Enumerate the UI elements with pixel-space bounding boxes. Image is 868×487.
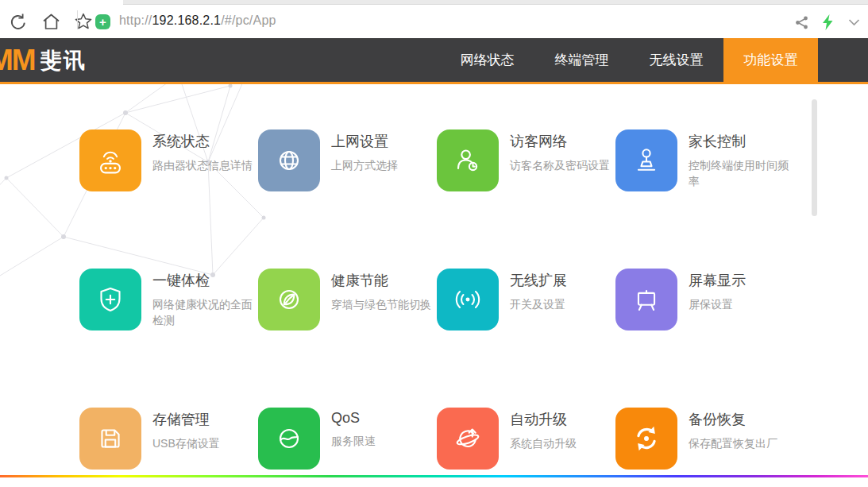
nav-tab[interactable]: 终端管理 xyxy=(534,38,629,82)
app-title: 自动升级 xyxy=(510,410,615,429)
easel-screen-icon xyxy=(615,269,677,330)
app-subtitle: 上网方式选择 xyxy=(331,157,436,173)
floppy-disk-icon xyxy=(79,408,141,470)
app-title: QoS xyxy=(331,410,436,427)
app-tile[interactable]: 上网设置 上网方式选择 xyxy=(258,129,437,269)
main-nav: 网络状态终端管理无线设置功能设置 xyxy=(440,38,818,82)
app-subtitle: 开关及设置 xyxy=(510,296,615,312)
brand-logo: MM 斐讯 xyxy=(0,38,87,82)
share-button[interactable] xyxy=(793,14,809,30)
url-scheme: http:// xyxy=(119,14,152,27)
lightning-bolt-icon xyxy=(822,14,834,30)
app-subtitle: 服务限速 xyxy=(331,433,436,449)
app-title: 家长控制 xyxy=(689,132,793,151)
app-title: 上网设置 xyxy=(331,132,436,151)
app-title: 一键体检 xyxy=(152,271,257,290)
app-subtitle: 访客名称及密码设置 xyxy=(510,157,615,173)
flash-plugin-button[interactable] xyxy=(820,14,835,30)
menu-expand-button[interactable] xyxy=(846,14,862,30)
bookmark-button[interactable] xyxy=(71,10,95,33)
joystick-icon xyxy=(615,129,677,191)
app-subtitle: 系统自动升级 xyxy=(510,435,615,451)
wireless-signal-icon xyxy=(437,269,499,330)
browser-tab-strip xyxy=(123,0,868,5)
reload-icon xyxy=(10,13,27,30)
url-path: /#/pc/App xyxy=(221,14,276,27)
shield-plus-icon xyxy=(79,269,141,330)
app-tile[interactable]: 健康节能 穿墙与绿色节能切换 xyxy=(258,269,437,408)
brand-logo-name: 斐讯 xyxy=(41,46,87,75)
app-subtitle: 控制终端使用时间频率 xyxy=(689,157,793,190)
rainbow-divider xyxy=(0,475,868,477)
app-title: 屏幕显示 xyxy=(689,271,793,290)
app-title: 存储管理 xyxy=(152,410,257,429)
app-subtitle: 穿墙与绿色节能切换 xyxy=(331,296,436,312)
url-host: 192.168.2.1 xyxy=(152,14,221,27)
app-title: 健康节能 xyxy=(331,271,436,290)
nav-tab[interactable]: 功能设置 xyxy=(723,38,818,82)
home-button[interactable] xyxy=(39,10,63,33)
router-admin-page: + http://192.168.2.1/#/pc/App xyxy=(0,0,868,487)
nav-tab[interactable]: 网络状态 xyxy=(440,38,534,82)
app-grid: 系统状态 路由器状态信息详情 上网设置 上网方式选择 访客网络 访客名称及密码设… xyxy=(79,129,794,487)
router-icon xyxy=(79,129,141,191)
chevron-down-icon xyxy=(848,18,860,26)
brand-logo-mm: MM xyxy=(0,45,35,75)
home-icon xyxy=(42,13,60,31)
toolbar-divider xyxy=(77,10,78,29)
app-tile[interactable]: 屏幕显示 屏保设置 xyxy=(615,269,794,408)
app-title: 备份恢复 xyxy=(689,410,793,429)
app-title: 访客网络 xyxy=(510,132,615,151)
site-security-badge-icon[interactable]: + xyxy=(95,14,110,29)
app-header: MM 斐讯 网络状态终端管理无线设置功能设置 xyxy=(0,38,868,82)
app-title: 系统状态 xyxy=(152,132,257,151)
app-subtitle: 屏保设置 xyxy=(689,296,793,312)
leaf-icon xyxy=(258,269,320,330)
app-tile[interactable]: 无线扩展 开关及设置 xyxy=(437,269,615,408)
app-tile[interactable]: 系统状态 路由器状态信息详情 xyxy=(79,129,258,269)
app-subtitle: USB存储设置 xyxy=(152,435,257,451)
app-tile[interactable]: 一键体检 网络健康状况的全面检测 xyxy=(79,269,258,408)
scrollbar-thumb[interactable] xyxy=(812,99,817,216)
nav-tab[interactable]: 无线设置 xyxy=(629,38,723,82)
app-tile[interactable]: 访客网络 访客名称及密码设置 xyxy=(437,129,615,269)
guest-user-icon xyxy=(437,129,499,191)
app-tile[interactable]: 家长控制 控制终端使用时间频率 xyxy=(615,129,794,269)
share-icon xyxy=(794,15,809,30)
function-settings-panel: 系统状态 路由器状态信息详情 上网设置 上网方式选择 访客网络 访客名称及密码设… xyxy=(0,84,868,487)
app-subtitle: 保存配置恢复出厂 xyxy=(689,435,793,451)
app-subtitle: 路由器状态信息详情 xyxy=(152,157,257,173)
app-title: 无线扩展 xyxy=(510,271,615,290)
sync-arrows-icon xyxy=(615,408,677,470)
browser-toolbar: + http://192.168.2.1/#/pc/App xyxy=(0,0,868,38)
reload-button[interactable] xyxy=(6,10,30,33)
address-bar[interactable]: http://192.168.2.1/#/pc/App xyxy=(119,14,276,28)
app-subtitle: 网络健康状况的全面检测 xyxy=(152,296,257,329)
speed-gauge-icon xyxy=(258,408,320,470)
globe-icon xyxy=(258,129,320,191)
planet-upgrade-icon xyxy=(437,408,499,470)
